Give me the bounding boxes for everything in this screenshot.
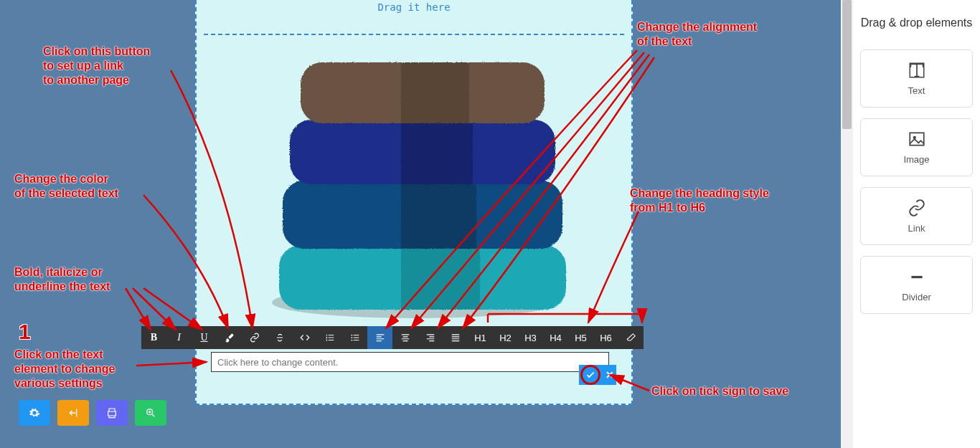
exit-icon: [67, 407, 79, 419]
annotation-link: Click on this button to set up a link to…: [43, 44, 150, 87]
italic-button[interactable]: I: [166, 326, 192, 349]
h1-button[interactable]: H1: [468, 326, 493, 349]
annotation-save: Click on tick sign to save: [651, 384, 788, 399]
text-icon: [908, 61, 926, 80]
align-left-button[interactable]: [367, 326, 392, 349]
settings-button[interactable]: [19, 400, 50, 426]
sidebar-item-label: Image: [864, 154, 969, 165]
svg-rect-6: [401, 120, 473, 184]
annotation-click: Click on the text element to change vari…: [14, 348, 115, 391]
sidebar-item-label: Divider: [864, 292, 969, 302]
list-ol-icon: [325, 333, 335, 343]
code-icon: [300, 333, 310, 343]
align-right-icon: [425, 333, 435, 343]
unordered-list-button[interactable]: [342, 326, 367, 349]
align-justify-icon: [451, 333, 461, 343]
text-toolbar: B I U H1 H2: [141, 326, 644, 349]
align-center-icon: [400, 333, 410, 343]
vertical-scrollbar[interactable]: [841, 0, 853, 448]
print-button[interactable]: [96, 400, 128, 426]
cancel-button[interactable]: ✕: [606, 369, 614, 381]
gear-icon: [29, 407, 40, 419]
svg-rect-4: [401, 181, 476, 249]
code-button[interactable]: [292, 326, 317, 349]
bottom-actions: [19, 400, 166, 426]
svg-point-10: [351, 337, 352, 338]
image-icon: [908, 130, 926, 148]
sidebar-item-text[interactable]: Text: [860, 49, 973, 108]
save-button[interactable]: [580, 365, 600, 385]
annotation-align: Change the alignment of the text: [637, 20, 757, 49]
elements-sidebar: Drag & drop elements Text Image Link Div…: [853, 0, 980, 448]
svg-point-9: [351, 335, 352, 336]
h6-button[interactable]: H6: [593, 326, 618, 349]
save-cancel-block: ✕: [579, 365, 616, 385]
svg-rect-16: [911, 276, 922, 278]
drag-here-text: Drag it here: [197, 1, 631, 13]
link-button[interactable]: [242, 326, 267, 349]
underline-button[interactable]: U: [192, 326, 217, 349]
annotation-biu: Bold, italicize or underline the text: [14, 265, 110, 294]
h3-button[interactable]: H3: [518, 326, 543, 349]
product-image: [250, 48, 580, 320]
strike-button[interactable]: [267, 326, 292, 349]
italic-label: I: [177, 332, 181, 343]
sidebar-item-divider[interactable]: Divider: [860, 256, 973, 314]
align-center-button[interactable]: [392, 326, 418, 349]
align-right-button[interactable]: [418, 326, 443, 349]
strike-icon: [275, 333, 285, 343]
annotation-color: Change the color of the selected text: [14, 172, 118, 201]
sidebar-item-image[interactable]: Image: [860, 118, 973, 176]
svg-point-11: [351, 340, 352, 341]
h2-button[interactable]: H2: [493, 326, 518, 349]
sidebar-title: Drag & drop elements: [860, 14, 973, 32]
editor-main-area: Drag it here B I U: [0, 0, 841, 448]
clear-formatting-button[interactable]: [618, 326, 644, 349]
bold-label: B: [151, 332, 157, 343]
align-left-icon: [375, 333, 385, 343]
step-number: 1: [19, 320, 31, 344]
print-icon: [106, 407, 118, 419]
eraser-icon: [626, 333, 636, 343]
logout-button[interactable]: [57, 400, 89, 426]
scrollbar-thumb[interactable]: [842, 0, 852, 129]
chain-icon: [908, 199, 926, 217]
minus-icon: [908, 267, 926, 286]
h4-button[interactable]: H4: [543, 326, 568, 349]
align-justify-button[interactable]: [443, 326, 468, 349]
svg-rect-14: [910, 133, 924, 145]
check-icon: [585, 370, 595, 380]
link-icon: [250, 333, 260, 343]
h5-button[interactable]: H5: [568, 326, 593, 349]
annotation-heading: Change the heading style from H1 to H6: [630, 186, 769, 215]
svg-rect-2: [401, 245, 480, 310]
zoom-icon: [145, 407, 156, 419]
sidebar-item-link[interactable]: Link: [860, 187, 973, 245]
bold-button[interactable]: B: [141, 326, 166, 349]
drop-divider: [204, 34, 624, 35]
underline-label: U: [200, 332, 207, 343]
text-color-button[interactable]: [217, 326, 242, 349]
zoom-button[interactable]: [135, 400, 166, 426]
sidebar-item-label: Link: [864, 223, 969, 234]
brush-icon: [225, 333, 235, 343]
ordered-list-button[interactable]: [317, 326, 342, 349]
list-ul-icon: [350, 333, 360, 343]
text-content-input[interactable]: [211, 352, 609, 372]
sidebar-item-label: Text: [864, 85, 969, 96]
text-edit-row: [211, 352, 609, 372]
svg-rect-8: [401, 62, 469, 123]
